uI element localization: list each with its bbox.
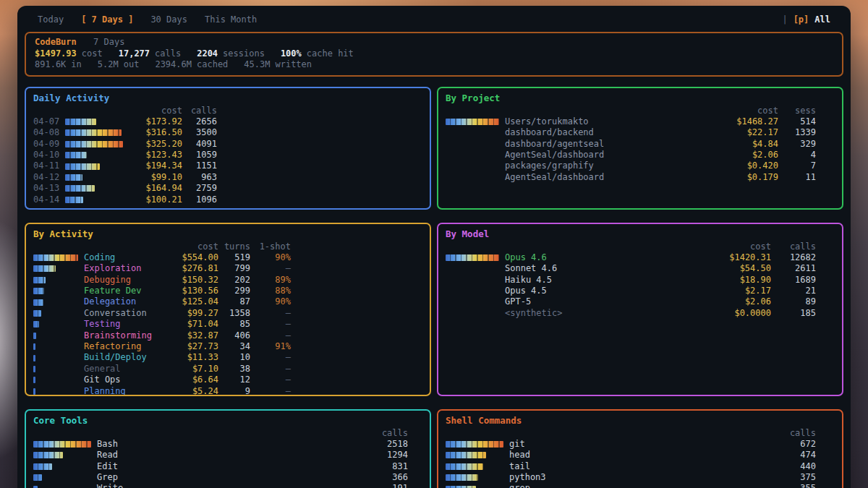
daily-calls-value: 1096 [182,194,217,205]
table-row: Sonnet 4.6$54.502611 [446,263,835,274]
activity-cost-value: $27.73 [166,341,218,352]
activity-turns-value: 1358 [218,308,250,319]
project-sessions-value: 4 [778,150,816,160]
column-header: 1-shot [250,241,291,252]
model-cost-bar [446,265,499,272]
model-cost-bar [446,277,499,283]
activity-turns-value: 202 [218,275,250,286]
panel-shell-commands: Shell Commands callsgit672head474tail440… [437,409,843,488]
tool-name: Grep [97,472,362,483]
table-row: Read1294 [33,450,422,461]
tool-name: Edit [97,461,362,472]
activity-cost-value: $99.27 [166,308,218,319]
heat-bar-fill [446,441,503,448]
activity-cost-value: $125.04 [166,296,218,307]
tool-calls-bar [33,441,91,448]
table-row: AgentSeal/dashboard$0.17911 [446,172,835,183]
panel-title-core-tools: Core Tools [26,411,430,428]
activity-name: Planning [84,386,166,396]
daily-calls-value: 1151 [182,160,217,171]
table-row: AgentSeal/dashboard$2.064 [446,150,835,160]
shell-calls-value: 672 [770,439,816,450]
daily-calls-value: 963 [182,172,217,183]
activity-cost-value: $554.00 [166,252,218,263]
summary-io-stat: 2394.6Mcached [155,59,228,69]
heat-bar-fill [65,129,122,136]
shell-commands-table: callsgit672head474tail440python3375grep3… [438,428,842,488]
shell-command-name: git [509,439,770,450]
daily-cost-bar [65,197,123,203]
stat-value: 17,277 [119,48,150,59]
table-row: costturns1-shot [33,241,422,252]
summary-period: 7 Days [93,37,124,47]
tool-calls-bar [33,452,91,458]
heat-bar-fill [33,463,52,470]
tool-calls-value: 1294 [362,450,408,461]
table-row: Opus 4.6$1420.3112682 [446,252,835,263]
tool-name: Bash [97,439,362,450]
activity-cost-bar [33,355,78,361]
column-header: cost [709,106,778,116]
project-cost-bar [446,119,499,125]
table-row: 04-08$316.503500 [33,127,422,138]
dashboard-grid: Daily Activity costcalls04-07$173.922656… [25,87,843,488]
activity-cost-bar [33,277,78,283]
model-calls-value: 12682 [771,252,816,263]
heat-bar-fill [33,333,36,339]
daily-date: 04-12 [33,172,65,183]
table-row: Coding$554.0051990% [33,252,422,263]
heat-bar-fill [33,299,43,306]
panel-by-model: By Model costcallsOpus 4.6$1420.3112682S… [437,223,843,396]
table-row: Git Ops$6.6412– [33,374,422,385]
column-header: calls [770,428,816,439]
table-row: Feature Dev$130.5629988% [33,286,422,296]
column-header: turns [218,241,250,252]
activity-name: Conversation [84,308,166,319]
project-filter-value[interactable]: All [814,14,830,25]
project-name: packages/graphify [505,160,709,171]
model-cost-value: $0.0000 [702,308,771,319]
project-filter-key[interactable]: [p] [793,14,809,25]
column-header: calls [362,428,408,439]
stat-value: 100% [281,48,302,59]
tab-30-days[interactable]: 30 Days [150,14,187,25]
model-calls-value: 21 [771,286,816,296]
daily-cost-value: $100.21 [129,194,182,205]
project-cost-bar [446,129,499,136]
activity-cost-bar [33,366,78,372]
activity-cost-bar [33,254,78,261]
activity-cost-bar [33,321,78,328]
activity-name: Delegation [84,296,166,307]
daily-cost-value: $164.94 [129,183,182,194]
io-label: cached [197,59,228,69]
project-cost-value: $4.84 [709,139,778,150]
tab-7-days[interactable]: [ 7 Days ] [81,14,133,25]
activity-one-shot-value: 88% [250,286,291,296]
heat-bar-fill [33,265,56,272]
model-calls-value: 185 [771,308,816,319]
tool-name: Read [97,450,362,461]
core-tools-table: callsBash2518Read1294Edit831Grep366Write… [26,428,430,488]
activity-one-shot-value: – [250,352,291,363]
table-row: 04-09$325.204091 [33,139,422,150]
tab-this-month[interactable]: This Month [205,14,257,25]
daily-cost-value: $99.10 [129,172,182,183]
activity-turns-value: 34 [218,341,250,352]
heat-bar-fill [65,152,87,158]
app-title: CodeBurn [35,37,77,47]
activity-turns-value: 10 [218,352,250,363]
summary-io-row: 891.6Kin5.2Mout2394.6Mcached45.3Mwritten [35,59,833,71]
model-cost-bar [446,254,499,261]
by-project-table: costsessUsers/torukmakto$1468.27514dashb… [438,106,842,184]
panel-title-by-model: By Model [438,224,842,241]
project-cost-bar [446,152,499,158]
activity-one-shot-value: – [250,330,291,341]
panel-by-activity: By Activity costturns1-shotCoding$554.00… [25,223,431,396]
tab-today[interactable]: Today [38,14,64,25]
table-row: 04-14$100.211096 [33,194,422,205]
activity-turns-value: 519 [218,252,250,263]
heat-bar-fill [33,321,39,328]
project-cost-bar [446,174,499,181]
table-row: <synthetic>$0.0000185 [446,308,835,319]
panel-by-project: By Project costsessUsers/torukmakto$1468… [437,87,843,210]
